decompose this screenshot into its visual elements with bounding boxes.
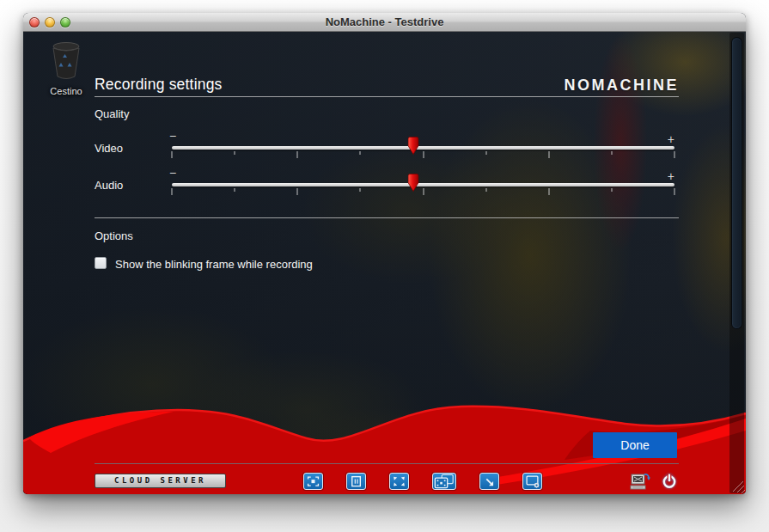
audio-quality-slider[interactable]: − + xyxy=(172,169,674,199)
blinking-frame-checkbox[interactable] xyxy=(95,257,107,269)
slider-track[interactable] xyxy=(172,146,674,150)
slider-track[interactable] xyxy=(172,183,674,187)
titlebar[interactable]: NoMachine - Testdrive xyxy=(23,13,746,32)
plus-label: + xyxy=(668,169,674,183)
vertical-scrollbar[interactable] xyxy=(729,33,744,493)
quality-section-label: Quality xyxy=(95,107,129,120)
local-computer-icon[interactable] xyxy=(630,472,651,492)
slider-ticks xyxy=(172,188,674,196)
vertical-scrollbar-thumb[interactable] xyxy=(731,37,742,329)
zoom-button[interactable] xyxy=(60,17,70,28)
screen-panel-icon[interactable] xyxy=(346,473,366,490)
nomachine-logo: NOMACHINE xyxy=(95,76,679,95)
nomachine-window: NoMachine - Testdrive Cestino Recording … xyxy=(23,13,746,494)
multi-monitor-icon[interactable] xyxy=(432,473,456,490)
options-divider xyxy=(95,217,679,218)
display-settings-icon[interactable] xyxy=(522,473,542,490)
minus-label: − xyxy=(169,166,176,180)
trash-label: Cestino xyxy=(39,86,94,96)
record-screen-icon[interactable] xyxy=(303,473,323,490)
close-button[interactable] xyxy=(29,17,40,28)
video-quality-slider[interactable]: − + xyxy=(172,132,674,162)
desktop-trash-icon[interactable]: Cestino xyxy=(39,39,94,96)
window-title: NoMachine - Testdrive xyxy=(326,15,444,28)
audio-slider-label: Audio xyxy=(95,179,123,192)
minimize-button[interactable] xyxy=(45,17,55,28)
resize-gripper[interactable] xyxy=(729,477,745,493)
footer-menu xyxy=(303,473,542,490)
footer-divider xyxy=(95,463,679,464)
audio-slider-handle[interactable] xyxy=(407,174,418,192)
minus-label: − xyxy=(169,129,176,143)
blinking-frame-checkbox-label: Show the blinking frame while recording xyxy=(115,258,313,271)
power-icon[interactable] xyxy=(662,474,677,489)
video-slider-label: Video xyxy=(95,142,123,155)
done-button[interactable]: Done xyxy=(593,432,677,458)
slider-ticks xyxy=(172,151,674,159)
header-divider xyxy=(95,96,679,97)
options-section-label: Options xyxy=(95,229,133,242)
footer-right-icons xyxy=(630,472,681,492)
trash-can-icon xyxy=(39,39,94,82)
window-mode-icon[interactable] xyxy=(479,473,499,490)
video-slider-handle[interactable] xyxy=(407,137,418,155)
fullscreen-icon[interactable] xyxy=(389,473,409,490)
plus-label: + xyxy=(668,132,674,146)
cloud-server-badge: CLOUD SERVER xyxy=(95,474,226,488)
